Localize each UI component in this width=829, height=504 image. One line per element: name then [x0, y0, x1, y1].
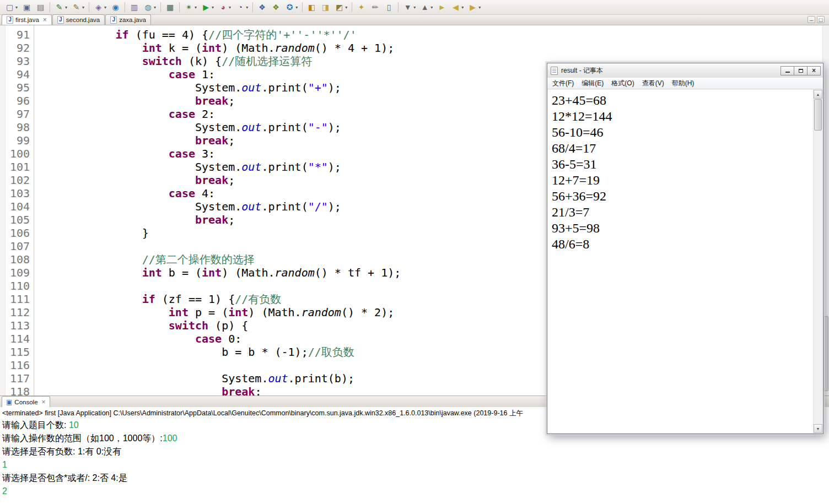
notepad-menu-item-3[interactable]: 格式(O) — [607, 78, 638, 89]
line-number: 103 — [6, 187, 30, 200]
console-line: 请选择是否有负数: 1:有 0:没有 — [0, 445, 829, 458]
close-tab-icon[interactable]: × — [43, 17, 47, 23]
line-number: 101 — [6, 160, 30, 174]
snippets-button[interactable]: ▥ — [127, 1, 141, 13]
previous-annotation-button[interactable]: ▲▾ — [418, 1, 435, 13]
line-number: 92 — [6, 41, 30, 55]
web-service-button[interactable]: ✪▾ — [283, 1, 300, 13]
notepad-menu-item-4[interactable]: 查看(V) — [638, 78, 668, 89]
line-number: 116 — [6, 359, 30, 372]
jar-export-button[interactable]: ◈▾ — [91, 1, 109, 13]
search-button[interactable]: ✦ — [354, 1, 368, 13]
java-file-icon: J — [57, 16, 64, 24]
mark-occurrences-icon: ✏ — [370, 3, 380, 12]
eclipse-window: ▢▾▣▤✎▾✎▾◈▾◉▥◍▾▦✴▾▶▾◕▾◔▾❖❖✪▾◧◨◩▾✦✏▯▼▾▲▾►◀… — [0, 0, 829, 504]
scroll-down-icon[interactable]: ▼ — [814, 424, 822, 433]
maximize-editor-icon[interactable]: □ — [817, 16, 825, 23]
notepad-line: 21/3=7 — [552, 204, 810, 220]
dropdown-arrow-icon[interactable]: ▾ — [65, 5, 67, 10]
minimize-editor-icon[interactable]: – — [808, 16, 815, 23]
line-number: 111 — [6, 292, 30, 306]
toolbar-separator — [398, 2, 399, 12]
profile-icon: ◕ — [218, 3, 228, 12]
profile-button[interactable]: ◕▾ — [216, 1, 233, 13]
last-edit-location-button[interactable]: ► — [435, 1, 449, 13]
next-annotation-button[interactable]: ▼▾ — [401, 1, 418, 13]
close-console-icon[interactable]: × — [42, 399, 46, 405]
toolbar-separator — [125, 2, 125, 12]
record-macro-button[interactable]: ◍▾ — [141, 1, 158, 13]
notepad-title-bar[interactable]: result - 记事本 × — [547, 63, 823, 78]
line-number: 115 — [6, 345, 30, 359]
dropdown-arrow-icon[interactable]: ▾ — [461, 5, 464, 10]
dropdown-arrow-icon[interactable]: ▾ — [195, 5, 197, 10]
notepad-window: result - 记事本 × 文件(F)编辑(E)格式(O)查看(V)帮助(H)… — [547, 63, 823, 434]
notepad-restore-button[interactable] — [794, 66, 808, 75]
line-number: 99 — [6, 134, 30, 147]
editor-tab-second-java[interactable]: Jsecond.java — [52, 14, 105, 25]
notepad-text-area[interactable]: 23+45=6812*12=14456-10=4668/4=1736-5=311… — [548, 90, 822, 433]
save-button[interactable]: ▣ — [20, 1, 34, 13]
save-all-button[interactable]: ▤ — [34, 1, 47, 13]
notepad-line: 12+7=19 — [552, 172, 810, 188]
dropdown-arrow-icon[interactable]: ▾ — [413, 5, 416, 10]
mark-occurrences-button[interactable]: ✏ — [368, 1, 382, 13]
dropdown-arrow-icon[interactable]: ▾ — [430, 5, 433, 10]
new-class-button[interactable]: ✎▾ — [52, 1, 69, 13]
forward-button[interactable]: ▶▾ — [466, 1, 483, 13]
notepad-menu-item-2[interactable]: 编辑(E) — [578, 78, 607, 89]
new-package-button[interactable]: ✎▾ — [69, 1, 87, 13]
new-wizard-button[interactable]: ▢▾ — [3, 1, 20, 13]
line-number: 96 — [6, 94, 30, 107]
dropdown-arrow-icon[interactable]: ▾ — [478, 5, 481, 10]
back-button[interactable]: ◀▾ — [449, 1, 466, 13]
dropdown-arrow-icon[interactable]: ▾ — [229, 5, 231, 10]
editor-tab-zaxa-java[interactable]: Jzaxa.java — [105, 14, 151, 25]
new-enterprise-project-button[interactable]: ❖ — [269, 1, 283, 13]
dropdown-arrow-icon[interactable]: ▾ — [345, 5, 347, 10]
deploy-button[interactable]: ◧ — [305, 1, 319, 13]
web-service-icon: ✪ — [285, 3, 294, 12]
line-number: 97 — [6, 107, 30, 121]
notepad-close-button[interactable]: × — [807, 66, 821, 75]
run-icon: ▶ — [201, 3, 211, 12]
dropdown-arrow-icon[interactable]: ▾ — [246, 5, 248, 10]
notepad-line: 56+36=92 — [552, 188, 810, 204]
editor-scrollbar-thumb[interactable] — [823, 316, 828, 391]
dropdown-arrow-icon[interactable]: ▾ — [104, 5, 106, 10]
tab-label: first.java — [15, 17, 39, 23]
notepad-line: 23+45=68 — [552, 93, 810, 109]
notepad-menu-item-5[interactable]: 帮助(H) — [668, 78, 698, 89]
editor-tab-first-java[interactable]: Jfirst.java× — [2, 14, 52, 25]
console-tab[interactable]: ▣ Console × — [2, 396, 50, 407]
notepad-line: 68/4=17 — [552, 140, 810, 156]
toolbar-separator — [302, 2, 303, 12]
new-enterprise-project-icon: ❖ — [271, 3, 281, 12]
screen-capture-button[interactable]: ▦ — [163, 1, 177, 13]
notepad-menu-bar: 文件(F)编辑(E)格式(O)查看(V)帮助(H) — [547, 78, 823, 89]
dropdown-arrow-icon[interactable]: ▾ — [212, 5, 214, 10]
main-toolbar: ▢▾▣▤✎▾✎▾◈▾◉▥◍▾▦✴▾▶▾◕▾◔▾❖❖✪▾◧◨◩▾✦✏▯▼▾▲▾►◀… — [0, 0, 829, 15]
dropdown-arrow-icon[interactable]: ▾ — [154, 5, 156, 10]
debug-button[interactable]: ✴▾ — [182, 1, 199, 13]
dropdown-arrow-icon[interactable]: ▾ — [15, 5, 18, 10]
notepad-minimize-button[interactable] — [780, 66, 794, 75]
new-web-project-button[interactable]: ❖ — [255, 1, 269, 13]
scroll-up-icon[interactable]: ▲ — [814, 90, 822, 99]
run-server-button[interactable]: ◨ — [319, 1, 332, 13]
console-tab-label: Console — [14, 399, 37, 405]
line-number: 95 — [6, 81, 30, 94]
line-number: 110 — [6, 279, 30, 292]
coverage-button[interactable]: ◔▾ — [233, 1, 250, 13]
notepad-menu-item-1[interactable]: 文件(F) — [548, 78, 578, 89]
notepad-scrollbar[interactable]: ▲ ▼ — [813, 90, 822, 433]
browser-button[interactable]: ◉ — [109, 1, 122, 13]
run-button[interactable]: ▶▾ — [199, 1, 216, 13]
dropdown-arrow-icon[interactable]: ▾ — [295, 5, 298, 10]
dropdown-arrow-icon[interactable]: ▾ — [82, 5, 84, 10]
notepad-scrollbar-thumb[interactable] — [814, 99, 822, 131]
line-number: 104 — [6, 200, 30, 213]
manage-servers-button[interactable]: ◩▾ — [332, 1, 349, 13]
show-annotations-button[interactable]: ▯ — [382, 1, 396, 13]
forward-icon: ▶ — [468, 3, 477, 12]
